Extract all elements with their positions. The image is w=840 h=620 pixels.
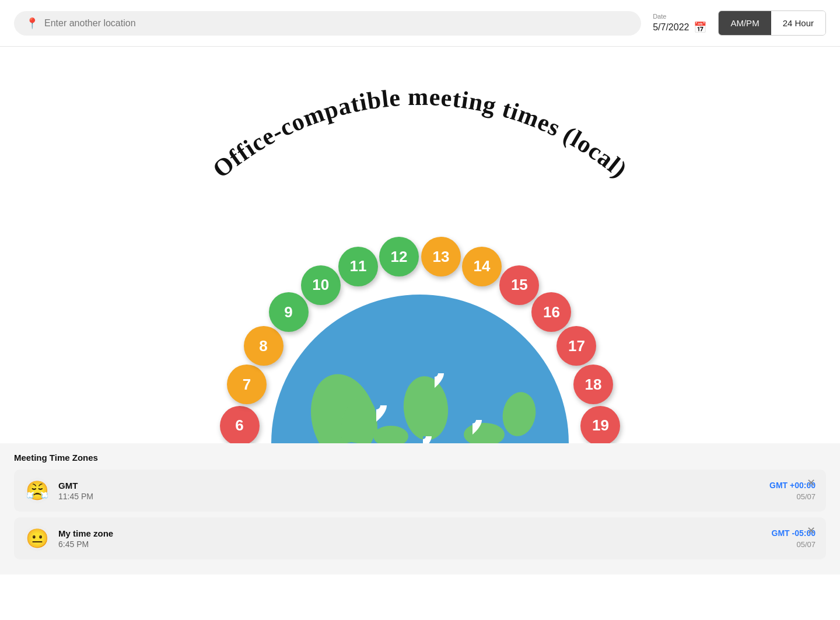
hour24-button[interactable]: 24 Hour: [771, 11, 825, 35]
date-label: Date: [653, 13, 666, 20]
globe-svg: [268, 292, 572, 443]
hour-bubble-12[interactable]: 12: [379, 237, 419, 276]
header: 📍 Date 5/7/2022 📅 AM/PM 24 Hour: [0, 0, 840, 47]
tz-emoji: 😐: [24, 526, 50, 551]
date-section: Date 5/7/2022 📅: [653, 13, 706, 34]
time-format-buttons: AM/PM 24 Hour: [718, 10, 826, 36]
globe-section: Office-compatible meeting times (local): [0, 47, 840, 443]
hour-bubble-9[interactable]: 9: [269, 292, 309, 332]
location-input[interactable]: [44, 18, 629, 29]
tz-info: GMT 11:45 PM: [58, 481, 761, 501]
hour-bubble-10[interactable]: 10: [301, 265, 341, 305]
tz-close-button[interactable]: ✕: [807, 478, 816, 488]
hour-bubble-8[interactable]: 8: [244, 326, 284, 366]
tz-time: 11:45 PM: [58, 492, 761, 501]
bottom-section: Meeting Time Zones 😤 GMT 11:45 PM GMT +0…: [0, 443, 840, 575]
tz-date: 05/07: [796, 540, 816, 549]
timezone-card: 😐 My time zone 6:45 PM GMT -05:00 05/07 …: [14, 517, 826, 559]
hour-bubble-18[interactable]: 18: [573, 365, 613, 404]
timezone-list: 😤 GMT 11:45 PM GMT +00:00 05/07 ✕ 😐 My t…: [14, 470, 826, 559]
tz-close-button[interactable]: ✕: [807, 526, 816, 536]
hour-bubble-17[interactable]: 17: [556, 326, 596, 366]
location-icon: 📍: [26, 17, 38, 30]
hour-bubble-14[interactable]: 14: [462, 247, 502, 286]
hour-bubble-19[interactable]: 19: [580, 406, 620, 443]
hour-bubble-15[interactable]: 15: [499, 265, 539, 305]
timezone-card: 😤 GMT 11:45 PM GMT +00:00 05/07 ✕: [14, 470, 826, 512]
section-title: Meeting Time Zones: [14, 453, 826, 463]
tz-name: My time zone: [58, 528, 764, 538]
tz-emoji: 😤: [24, 478, 50, 503]
ampm-button[interactable]: AM/PM: [719, 11, 771, 35]
date-input-wrap: 5/7/2022 📅: [653, 21, 706, 34]
hour-bubble-11[interactable]: 11: [338, 247, 378, 286]
svg-text:Office-compatible meeting time: Office-compatible meeting times (local): [208, 83, 632, 184]
tz-name: GMT: [58, 481, 761, 491]
hour-bubble-13[interactable]: 13: [421, 237, 461, 276]
tz-date: 05/07: [796, 492, 816, 501]
globe-container: [268, 292, 572, 443]
calendar-icon[interactable]: 📅: [694, 21, 706, 34]
hour-bubble-6[interactable]: 6: [220, 406, 260, 443]
date-value: 5/7/2022: [653, 22, 689, 33]
tz-time: 6:45 PM: [58, 540, 764, 549]
hour-bubble-7[interactable]: 7: [227, 365, 267, 404]
location-input-wrap[interactable]: 📍: [14, 11, 641, 36]
tz-info: My time zone 6:45 PM: [58, 528, 764, 549]
